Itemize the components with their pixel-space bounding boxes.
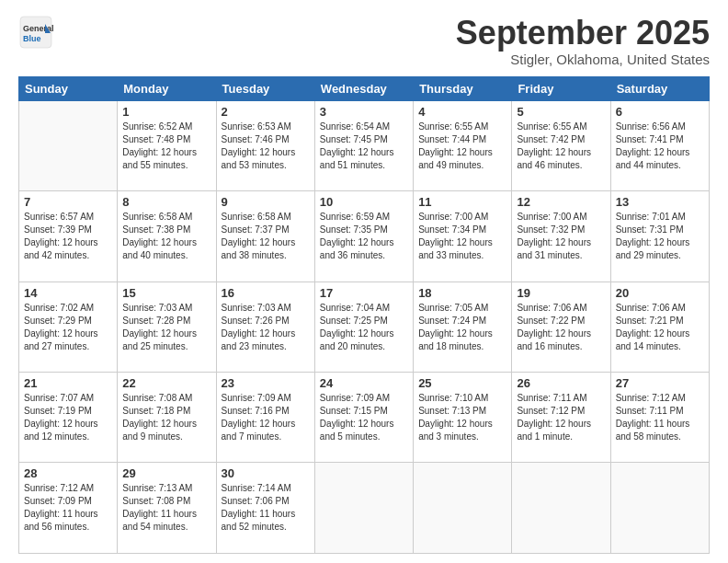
day-number: 28 xyxy=(24,466,112,480)
day-number: 13 xyxy=(616,195,704,209)
day-info: Sunrise: 7:10 AMSunset: 7:13 PMDaylight:… xyxy=(418,392,506,443)
page: General Blue September 2025 Stigler, Okl… xyxy=(0,0,728,563)
calendar-cell: 28Sunrise: 7:12 AMSunset: 7:09 PMDayligh… xyxy=(19,463,118,554)
calendar-cell: 22Sunrise: 7:08 AMSunset: 7:18 PMDayligh… xyxy=(118,373,216,463)
calendar-week-4: 21Sunrise: 7:07 AMSunset: 7:19 PMDayligh… xyxy=(19,373,710,463)
day-info: Sunrise: 6:55 AMSunset: 7:44 PMDaylight:… xyxy=(418,121,506,172)
day-info: Sunrise: 7:13 AMSunset: 7:08 PMDaylight:… xyxy=(122,482,210,534)
col-saturday: Saturday xyxy=(610,76,709,100)
calendar-cell: 27Sunrise: 7:12 AMSunset: 7:11 PMDayligh… xyxy=(610,373,709,463)
calendar-cell: 2Sunrise: 6:53 AMSunset: 7:46 PMDaylight… xyxy=(216,100,314,190)
calendar-cell: 23Sunrise: 7:09 AMSunset: 7:16 PMDayligh… xyxy=(216,373,314,463)
col-tuesday: Tuesday xyxy=(216,76,314,100)
calendar-cell: 18Sunrise: 7:05 AMSunset: 7:24 PMDayligh… xyxy=(414,282,512,372)
day-info: Sunrise: 7:12 AMSunset: 7:09 PMDaylight:… xyxy=(24,482,112,534)
day-number: 18 xyxy=(418,286,506,300)
day-number: 22 xyxy=(122,376,210,390)
calendar-cell: 10Sunrise: 6:59 AMSunset: 7:35 PMDayligh… xyxy=(314,191,413,282)
calendar-cell: 6Sunrise: 6:56 AMSunset: 7:41 PMDaylight… xyxy=(610,100,709,190)
day-number: 27 xyxy=(616,376,704,390)
day-number: 30 xyxy=(222,466,310,480)
calendar-cell: 13Sunrise: 7:01 AMSunset: 7:31 PMDayligh… xyxy=(610,191,709,282)
calendar-cell: 26Sunrise: 7:11 AMSunset: 7:12 PMDayligh… xyxy=(512,373,610,463)
day-number: 11 xyxy=(418,195,506,209)
day-info: Sunrise: 7:09 AMSunset: 7:15 PMDaylight:… xyxy=(320,392,408,443)
day-number: 17 xyxy=(320,286,408,300)
day-info: Sunrise: 7:06 AMSunset: 7:22 PMDaylight:… xyxy=(517,302,605,353)
day-info: Sunrise: 6:58 AMSunset: 7:37 PMDaylight:… xyxy=(222,211,310,262)
logo: General Blue xyxy=(18,15,53,50)
calendar-cell: 25Sunrise: 7:10 AMSunset: 7:13 PMDayligh… xyxy=(414,373,512,463)
day-number: 15 xyxy=(122,286,210,300)
day-info: Sunrise: 6:55 AMSunset: 7:42 PMDaylight:… xyxy=(517,121,605,172)
calendar-cell xyxy=(314,463,413,554)
calendar-cell: 11Sunrise: 7:00 AMSunset: 7:34 PMDayligh… xyxy=(414,191,512,282)
day-info: Sunrise: 7:11 AMSunset: 7:12 PMDaylight:… xyxy=(517,392,605,443)
day-number: 14 xyxy=(24,286,112,300)
col-wednesday: Wednesday xyxy=(314,76,413,100)
day-info: Sunrise: 6:58 AMSunset: 7:38 PMDaylight:… xyxy=(122,211,210,262)
logo-icon: General Blue xyxy=(18,15,53,50)
col-thursday: Thursday xyxy=(414,76,512,100)
calendar-cell: 20Sunrise: 7:06 AMSunset: 7:21 PMDayligh… xyxy=(610,282,709,372)
calendar-cell: 15Sunrise: 7:03 AMSunset: 7:28 PMDayligh… xyxy=(118,282,216,372)
day-info: Sunrise: 7:03 AMSunset: 7:26 PMDaylight:… xyxy=(222,302,310,353)
calendar-cell: 14Sunrise: 7:02 AMSunset: 7:29 PMDayligh… xyxy=(19,282,118,372)
day-number: 12 xyxy=(517,195,605,209)
day-number: 9 xyxy=(222,195,310,209)
calendar-cell: 4Sunrise: 6:55 AMSunset: 7:44 PMDaylight… xyxy=(414,100,512,190)
calendar-cell: 24Sunrise: 7:09 AMSunset: 7:15 PMDayligh… xyxy=(314,373,413,463)
day-number: 5 xyxy=(517,105,605,119)
calendar-cell: 1Sunrise: 6:52 AMSunset: 7:48 PMDaylight… xyxy=(118,100,216,190)
calendar-cell: 5Sunrise: 6:55 AMSunset: 7:42 PMDaylight… xyxy=(512,100,610,190)
day-info: Sunrise: 7:12 AMSunset: 7:11 PMDaylight:… xyxy=(616,392,704,443)
svg-text:Blue: Blue xyxy=(23,34,41,43)
location: Stigler, Oklahoma, United States xyxy=(456,52,710,67)
calendar-cell xyxy=(610,463,709,554)
calendar-cell xyxy=(19,100,118,190)
calendar-cell xyxy=(512,463,610,554)
header: General Blue September 2025 Stigler, Okl… xyxy=(18,15,710,67)
day-info: Sunrise: 6:57 AMSunset: 7:39 PMDaylight:… xyxy=(24,211,112,262)
day-info: Sunrise: 7:09 AMSunset: 7:16 PMDaylight:… xyxy=(222,392,310,443)
day-info: Sunrise: 7:03 AMSunset: 7:28 PMDaylight:… xyxy=(122,302,210,353)
day-number: 24 xyxy=(320,376,408,390)
day-info: Sunrise: 6:56 AMSunset: 7:41 PMDaylight:… xyxy=(616,121,704,172)
day-info: Sunrise: 7:00 AMSunset: 7:32 PMDaylight:… xyxy=(517,211,605,262)
day-number: 7 xyxy=(24,195,112,209)
day-number: 23 xyxy=(222,376,310,390)
day-info: Sunrise: 7:02 AMSunset: 7:29 PMDaylight:… xyxy=(24,302,112,353)
day-info: Sunrise: 7:08 AMSunset: 7:18 PMDaylight:… xyxy=(122,392,210,443)
day-number: 20 xyxy=(616,286,704,300)
day-info: Sunrise: 7:06 AMSunset: 7:21 PMDaylight:… xyxy=(616,302,704,353)
calendar-cell: 12Sunrise: 7:00 AMSunset: 7:32 PMDayligh… xyxy=(512,191,610,282)
col-sunday: Sunday xyxy=(19,76,118,100)
day-info: Sunrise: 7:01 AMSunset: 7:31 PMDaylight:… xyxy=(616,211,704,262)
day-number: 6 xyxy=(616,105,704,119)
day-info: Sunrise: 6:53 AMSunset: 7:46 PMDaylight:… xyxy=(222,121,310,172)
calendar-cell: 30Sunrise: 7:14 AMSunset: 7:06 PMDayligh… xyxy=(216,463,314,554)
calendar-cell: 9Sunrise: 6:58 AMSunset: 7:37 PMDaylight… xyxy=(216,191,314,282)
col-friday: Friday xyxy=(512,76,610,100)
calendar-header-row: Sunday Monday Tuesday Wednesday Thursday… xyxy=(19,76,710,100)
day-number: 19 xyxy=(517,286,605,300)
day-number: 25 xyxy=(418,376,506,390)
month-title: September 2025 xyxy=(456,15,710,52)
day-number: 1 xyxy=(122,105,210,119)
calendar-week-1: 1Sunrise: 6:52 AMSunset: 7:48 PMDaylight… xyxy=(19,100,710,190)
day-info: Sunrise: 6:52 AMSunset: 7:48 PMDaylight:… xyxy=(122,121,210,172)
calendar-week-5: 28Sunrise: 7:12 AMSunset: 7:09 PMDayligh… xyxy=(19,463,710,554)
day-info: Sunrise: 7:14 AMSunset: 7:06 PMDaylight:… xyxy=(222,482,310,534)
calendar-cell xyxy=(414,463,512,554)
day-number: 2 xyxy=(222,105,310,119)
calendar-cell: 16Sunrise: 7:03 AMSunset: 7:26 PMDayligh… xyxy=(216,282,314,372)
day-number: 29 xyxy=(122,466,210,480)
day-number: 3 xyxy=(320,105,408,119)
calendar-week-3: 14Sunrise: 7:02 AMSunset: 7:29 PMDayligh… xyxy=(19,282,710,372)
day-number: 10 xyxy=(320,195,408,209)
day-number: 16 xyxy=(222,286,310,300)
calendar-cell: 8Sunrise: 6:58 AMSunset: 7:38 PMDaylight… xyxy=(118,191,216,282)
day-info: Sunrise: 6:59 AMSunset: 7:35 PMDaylight:… xyxy=(320,211,408,262)
day-info: Sunrise: 7:05 AMSunset: 7:24 PMDaylight:… xyxy=(418,302,506,353)
title-block: September 2025 Stigler, Oklahoma, United… xyxy=(456,15,710,67)
